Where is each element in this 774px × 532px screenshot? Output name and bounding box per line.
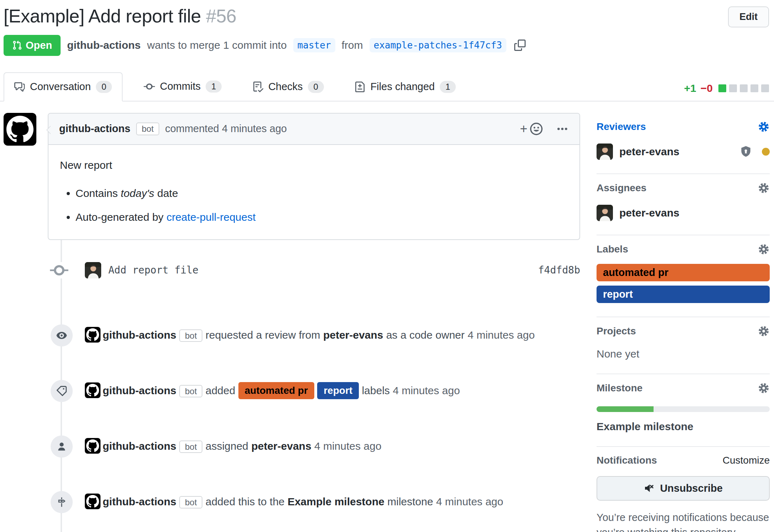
projects-empty-text: None yet [597,348,770,360]
labels-list: automated pr report [597,264,770,303]
pr-main: github-actions bot commented 4 minutes a… [0,101,774,532]
state-badge: Open [4,35,61,56]
commit-row: Add report file f4dfd8b [4,249,580,291]
event-actor[interactable]: github-actions [103,329,176,341]
notifications-caption: You’re receiving notifications because y… [597,510,770,532]
event-milestoned: github-actions bot added this to the Exa… [4,491,580,513]
diff-stat: +1 −0 [684,82,769,94]
timeline: Add report file f4dfd8b github-actions b… [4,240,580,532]
label-chip-report[interactable]: report [317,382,359,399]
assignees-section: Assignees peter-evans [597,174,770,235]
kebab-menu-icon[interactable] [556,122,569,135]
assignee-name[interactable]: peter-evans [619,207,679,219]
git-commit-icon [144,81,155,92]
tab-files-changed[interactable]: Files changed 1 [345,73,466,101]
gear-icon[interactable] [758,243,770,255]
bullet1-text: Contains [76,187,118,199]
event-timestamp[interactable]: 4 minutes ago [393,385,460,396]
reviewer-name[interactable]: peter-evans [619,146,679,158]
event-actor[interactable]: github-actions [103,440,176,452]
comment-bullet-2: Auto-generated by create-pull-request [76,209,568,225]
peter-evans-avatar[interactable] [597,144,613,160]
assignee-user[interactable]: peter-evans [251,440,311,452]
sidebar: Reviewers peter-evans [597,113,770,532]
commit-message[interactable]: Add report file [108,264,198,276]
projects-header: Projects [597,325,770,337]
event-text: github-actions bot requested a review fr… [85,324,580,347]
milestone-icon [51,491,73,513]
comment-bullet-1: Contains today's date [76,185,568,201]
person-icon [51,435,73,458]
event-timestamp[interactable]: 4 minutes ago [314,440,381,452]
sidebar-label-report[interactable]: report [597,286,770,303]
comment-author[interactable]: github-actions [59,123,130,135]
assignees-header: Assignees [597,182,770,194]
review-target-user[interactable]: peter-evans [323,329,383,341]
pr-number: #56 [206,6,236,26]
tab-conversation-label: Conversation [30,81,91,93]
diff-block-neutral [740,84,748,92]
event-phrase: requested a review from [206,329,320,341]
github-actions-mini-avatar[interactable] [85,327,100,343]
commit-sha[interactable]: f4dfd8b [538,264,580,276]
notifications-header: Notifications Customize [597,455,770,466]
peter-evans-avatar[interactable] [85,262,101,278]
event-actor[interactable]: github-actions [103,496,176,507]
unsubscribe-button[interactable]: Unsubscribe [597,476,770,501]
review-status-icons [739,145,770,158]
bot-badge: bot [179,496,202,508]
bot-badge: bot [179,385,202,397]
event-timestamp[interactable]: 4 minutes ago [468,329,535,341]
gear-icon[interactable] [758,325,770,337]
sidebar-label-automated-pr[interactable]: automated pr [597,264,770,281]
unsubscribe-label: Unsubscribe [660,483,723,494]
event-text: github-actions bot added this to the Exa… [85,491,580,513]
github-actions-avatar[interactable] [4,113,36,146]
create-pull-request-link[interactable]: create-pull-request [166,211,256,223]
gear-icon[interactable] [758,182,770,194]
tab-commits[interactable]: Commits 1 [134,73,232,100]
event-phrase: assigned [206,440,248,452]
tab-conversation-count: 0 [96,81,112,93]
pr-author[interactable]: github-actions [67,39,141,51]
assignees-title: Assignees [597,182,646,194]
tab-checks[interactable]: Checks 0 [243,73,334,101]
comment-action-text: commented 4 minutes ago [165,123,287,135]
add-reaction-button[interactable]: + [520,121,544,136]
peter-evans-avatar[interactable] [597,205,613,221]
customize-link[interactable]: Customize [723,455,770,466]
head-branch-pill[interactable]: example-patches-1f47cf3 [370,38,506,52]
comment-bubble: github-actions bot commented 4 minutes a… [48,113,580,240]
labels-title: Labels [597,244,628,255]
gear-icon[interactable] [758,121,770,133]
event-phrase: added this to the [206,496,285,507]
state-badge-label: Open [26,40,52,51]
event-timestamp[interactable]: 4 minutes ago [436,496,503,507]
base-branch-pill[interactable]: master [293,38,335,52]
diff-block-neutral [750,84,758,92]
event-actor[interactable]: github-actions [103,385,176,396]
tab-files-changed-count: 1 [440,81,456,93]
milestone-name[interactable]: Example milestone [597,421,770,433]
copy-branch-icon[interactable] [514,40,526,51]
projects-title: Projects [597,325,636,337]
diff-block-added [718,84,726,92]
gear-icon[interactable] [758,382,770,394]
deletions-count: −0 [701,82,713,94]
diff-block-neutral [729,84,737,92]
github-actions-mini-avatar[interactable] [85,438,100,454]
event-phrase: added [206,385,235,396]
tab-checks-label: Checks [268,81,303,93]
event-phrase: as a code owner [386,329,465,341]
commit-content: Add report file f4dfd8b [85,262,580,278]
event-labeled: github-actions bot added automated pr re… [4,380,580,402]
github-actions-mini-avatar[interactable] [85,494,100,509]
bot-badge: bot [179,440,202,453]
reviewers-header[interactable]: Reviewers [597,121,770,133]
label-chip-automated-pr[interactable]: automated pr [238,382,314,399]
milestone-link[interactable]: Example milestone [288,496,385,507]
event-phrase: labels [362,385,389,396]
edit-button[interactable]: Edit [728,6,769,27]
tab-conversation[interactable]: Conversation 0 [4,72,123,101]
github-actions-mini-avatar[interactable] [85,382,100,398]
